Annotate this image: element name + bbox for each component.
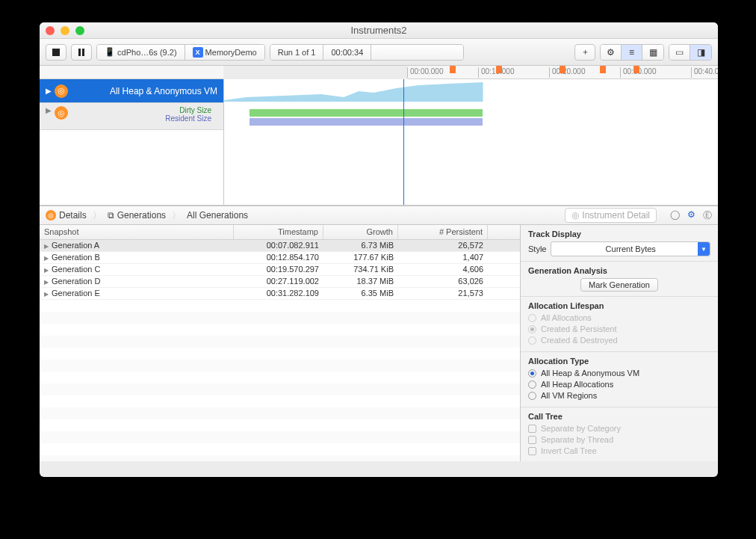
- toolbar: 📱 cdPho…6s (9.2) X MemoryDemo Run 1 of 1…: [40, 39, 718, 66]
- toggle-inspector-icon[interactable]: ◨: [690, 45, 711, 60]
- lifespan-title: Allocation Lifespan: [528, 301, 710, 310]
- cell-persistent: 63,026: [398, 276, 488, 287]
- toggle-detail-icon[interactable]: ▭: [669, 45, 690, 60]
- minimize-icon[interactable]: [61, 26, 69, 35]
- cell-snapshot: Generation A: [40, 240, 234, 251]
- cell-persistent: 26,572: [398, 240, 488, 251]
- cell-snapshot: Generation B: [40, 252, 234, 263]
- strategy-grid-icon[interactable]: ▦: [642, 45, 663, 60]
- table-header[interactable]: Snapshot Timestamp Growth # Persistent: [40, 225, 520, 240]
- col-timestamp[interactable]: Timestamp: [234, 225, 323, 239]
- cell-persistent: 1,407: [398, 252, 488, 263]
- table-row[interactable]: Generation C00:19.570.297734.71 KiB4,606: [40, 264, 520, 276]
- cell-snapshot: Generation E: [40, 288, 234, 299]
- process-label: MemoryDemo: [205, 48, 257, 57]
- crumb-generations[interactable]: ⧉Generations: [108, 210, 166, 221]
- calltree-sep-thread: Separate by Thread: [528, 435, 710, 444]
- mark-generation-button[interactable]: Mark Generation: [580, 278, 658, 292]
- cell-timestamp: 00:12.854.170: [234, 252, 323, 263]
- run-label: Run 1 of 1: [278, 48, 316, 57]
- generation-flag-icon[interactable]: [560, 66, 566, 73]
- cell-timestamp: 00:27.119.002: [234, 276, 323, 287]
- detail-filter-input[interactable]: ◎ Instrument Detail: [565, 208, 657, 223]
- type-heap-anon-radio[interactable]: All Heap & Anonymous VM: [528, 369, 710, 378]
- timeline-ruler[interactable]: 00:00.000 00:10.000 00:20.000 00:30.000 …: [407, 66, 718, 79]
- table-row[interactable]: Generation A00:07.082.9116.73 MiB26,572: [40, 240, 520, 252]
- dirty-size-label: Dirty Size: [68, 106, 211, 114]
- strategy-settings-icon[interactable]: ⚙: [601, 45, 622, 60]
- lifespan-all-radio: All Allocations: [528, 313, 710, 322]
- cell-timestamp: 00:19.570.297: [234, 264, 323, 275]
- dirty-size-bar: [250, 109, 483, 117]
- cell-persistent: 4,606: [398, 264, 488, 275]
- generation-flag-icon[interactable]: [633, 66, 639, 73]
- track-row-vm[interactable]: ▶ ◎ Dirty Size Resident Size: [40, 103, 223, 130]
- xcode-icon: X: [193, 47, 203, 58]
- generation-flag-icon[interactable]: [450, 66, 456, 73]
- detail-breadcrumb-bar: ◎Details 〉 ⧉Generations 〉 All Generation…: [40, 206, 718, 225]
- track-display-title: Track Display: [528, 230, 710, 238]
- elapsed-time: 00:00:34: [331, 48, 363, 57]
- run-status: Run 1 of 1 00:00:34: [270, 44, 464, 61]
- style-popup[interactable]: Current Bytes ▼: [551, 241, 710, 256]
- stop-icon: [52, 49, 60, 56]
- cell-growth: 734.71 KiB: [323, 264, 398, 275]
- generation-flag-icon[interactable]: [600, 66, 606, 73]
- add-instrument-button[interactable]: ＋: [574, 44, 595, 61]
- crumb-details[interactable]: ◎Details: [46, 210, 87, 221]
- pause-button[interactable]: [71, 44, 92, 61]
- table-row[interactable]: Generation B00:12.854.170177.67 KiB1,407: [40, 252, 520, 264]
- type-vm-radio[interactable]: All VM Regions: [528, 391, 710, 400]
- generation-analysis-title: Generation Analysis: [528, 266, 710, 275]
- pause-icon: [78, 49, 84, 56]
- col-snapshot[interactable]: Snapshot: [40, 225, 234, 239]
- device-icon: 📱: [105, 47, 115, 57]
- cell-growth: 18.37 MiB: [323, 276, 398, 287]
- vm-tracker-instrument-icon: ◎: [55, 106, 68, 120]
- strategy-buttons[interactable]: ⚙ ≡ ▦: [600, 44, 664, 61]
- allocation-type-title: Allocation Type: [528, 357, 710, 366]
- col-persistent[interactable]: # Persistent: [398, 225, 488, 239]
- zoom-icon[interactable]: [75, 26, 84, 35]
- inspector-panel: Track Display Style Current Bytes ▼ Gene…: [521, 225, 718, 461]
- calltree-sep-category: Separate by Category: [528, 424, 710, 433]
- crumb-all-generations[interactable]: All Generations: [187, 210, 248, 221]
- track-row-allocations[interactable]: ▶ ◎ All Heap & Anonymous VM: [40, 79, 223, 103]
- cell-growth: 6.73 MiB: [323, 240, 398, 251]
- target-selector[interactable]: 📱 cdPho…6s (9.2) X MemoryDemo: [96, 44, 265, 61]
- allocations-instrument-icon: ◎: [55, 84, 68, 98]
- cell-snapshot: Generation C: [40, 264, 234, 275]
- inspector-extended-icon[interactable]: Ⓔ: [703, 209, 712, 222]
- type-heap-radio[interactable]: All Heap Allocations: [528, 380, 710, 389]
- generation-flag-icon[interactable]: [496, 66, 502, 73]
- view-buttons[interactable]: ▭ ◨: [669, 44, 712, 61]
- disclosure-icon[interactable]: ▶: [46, 106, 52, 114]
- inspector-settings-icon[interactable]: ⚙: [687, 209, 695, 222]
- style-label: Style: [528, 244, 546, 253]
- disclosure-icon[interactable]: ▶: [46, 87, 52, 95]
- inspector-summary-icon[interactable]: ◯: [670, 209, 680, 222]
- table-row[interactable]: Generation D00:27.119.00218.37 MiB63,026: [40, 276, 520, 288]
- ruler-gutter: [40, 66, 223, 79]
- cell-growth: 177.67 KiB: [323, 252, 398, 263]
- tracks-pane: ▶ ◎ All Heap & Anonymous VM ▶ ◎ Dirty Si…: [40, 79, 718, 206]
- close-icon[interactable]: [46, 26, 55, 35]
- resident-size-label: Resident Size: [68, 114, 211, 123]
- device-label: cdPho…6s (9.2): [117, 48, 176, 57]
- track-graphs[interactable]: [223, 79, 718, 205]
- detail-table: Snapshot Timestamp Growth # Persistent G…: [40, 225, 521, 461]
- cell-growth: 6.35 MiB: [323, 288, 398, 299]
- table-row[interactable]: Generation E00:31.282.1096.35 MiB21,573: [40, 288, 520, 300]
- cell-persistent: 21,573: [398, 288, 488, 299]
- titlebar: Instruments2: [40, 22, 718, 39]
- playhead[interactable]: [403, 79, 404, 205]
- resident-size-bar: [250, 118, 483, 126]
- calltree-title: Call Tree: [528, 412, 710, 421]
- strategy-list-icon[interactable]: ≡: [622, 45, 642, 60]
- allocations-instrument-icon: ◎: [46, 210, 56, 221]
- col-growth[interactable]: Growth: [323, 225, 398, 239]
- cell-timestamp: 00:07.082.911: [234, 240, 323, 251]
- cell-timestamp: 00:31.282.109: [234, 288, 323, 299]
- instruments-window: Instruments2 📱 cdPho…6s (9.2) X MemoryDe…: [40, 22, 718, 477]
- record-stop-button[interactable]: [46, 44, 66, 61]
